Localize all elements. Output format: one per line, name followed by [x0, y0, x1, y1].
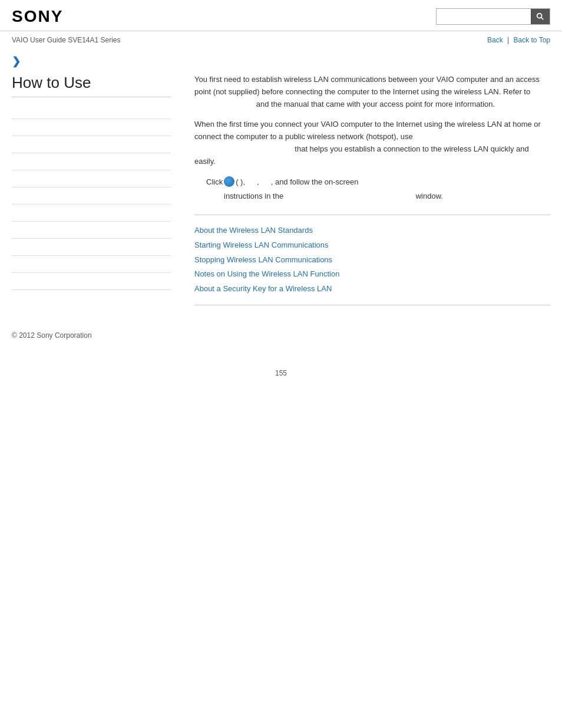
sidebar-item[interactable] — [12, 119, 171, 136]
links-section: About the Wireless LAN Standards Startin… — [194, 223, 550, 296]
search-input[interactable] — [437, 9, 531, 24]
sidebar-title: How to Use — [12, 74, 171, 97]
page-number: 155 — [0, 369, 562, 377]
svg-point-0 — [537, 14, 542, 18]
breadcrumb-arrow: ❯ — [0, 49, 562, 68]
sidebar-item[interactable] — [12, 239, 171, 256]
section-divider-1 — [194, 215, 550, 215]
click-parens: ( ), — [236, 176, 245, 189]
sidebar-item[interactable] — [12, 153, 171, 170]
click-instruction: Click ( ), , , and follow the on-screen — [206, 176, 550, 189]
sidebar-item[interactable] — [12, 273, 171, 290]
sidebar: How to Use — [12, 74, 183, 314]
sidebar-item[interactable] — [12, 222, 171, 239]
link-notes-wireless[interactable]: Notes on Using the Wireless LAN Function — [194, 267, 550, 282]
copyright: © 2012 Sony Corporation — [12, 331, 92, 340]
section-divider-2 — [194, 305, 550, 305]
content-area: You first need to establish wireless LAN… — [183, 74, 550, 314]
nav-links: Back | Back to Top — [487, 36, 550, 44]
sidebar-item[interactable] — [12, 136, 171, 153]
sidebar-item[interactable] — [12, 170, 171, 187]
link-stopping-wireless[interactable]: Stopping Wireless LAN Communications — [194, 253, 550, 268]
search-icon — [536, 12, 544, 21]
search-box — [436, 8, 550, 25]
instructions-line: instructions in the window. — [224, 190, 550, 203]
separator: | — [507, 36, 509, 44]
link-wireless-standards[interactable]: About the Wireless LAN Standards — [194, 223, 550, 238]
sub-header: VAIO User Guide SVE14A1 Series Back | Ba… — [0, 31, 562, 49]
sony-logo: SONY — [12, 7, 63, 26]
content-section-1: You first need to establish wireless LAN… — [194, 74, 550, 203]
para2: When the first time you connect your VAI… — [194, 118, 550, 167]
sidebar-item[interactable] — [12, 187, 171, 205]
sidebar-item[interactable] — [12, 256, 171, 273]
click-end: , and follow the on-screen — [271, 176, 359, 189]
back-to-top-link[interactable]: Back to Top — [514, 36, 550, 44]
back-link[interactable]: Back — [487, 36, 503, 44]
para1: You first need to establish wireless LAN… — [194, 74, 550, 110]
footer: © 2012 Sony Corporation — [0, 314, 562, 345]
header: SONY — [0, 0, 562, 31]
sidebar-item[interactable] — [12, 205, 171, 222]
sidebar-item[interactable] — [12, 102, 171, 119]
link-starting-wireless[interactable]: Starting Wireless LAN Communications — [194, 238, 550, 253]
search-button[interactable] — [531, 9, 550, 24]
main-content: How to Use You first need to establish w… — [0, 74, 562, 314]
windows-start-icon — [224, 176, 234, 187]
guide-title: VAIO User Guide SVE14A1 Series — [12, 36, 121, 44]
link-security-key[interactable]: About a Security Key for a Wireless LAN — [194, 282, 550, 297]
svg-line-1 — [541, 18, 544, 20]
click-label: Click — [206, 176, 223, 189]
